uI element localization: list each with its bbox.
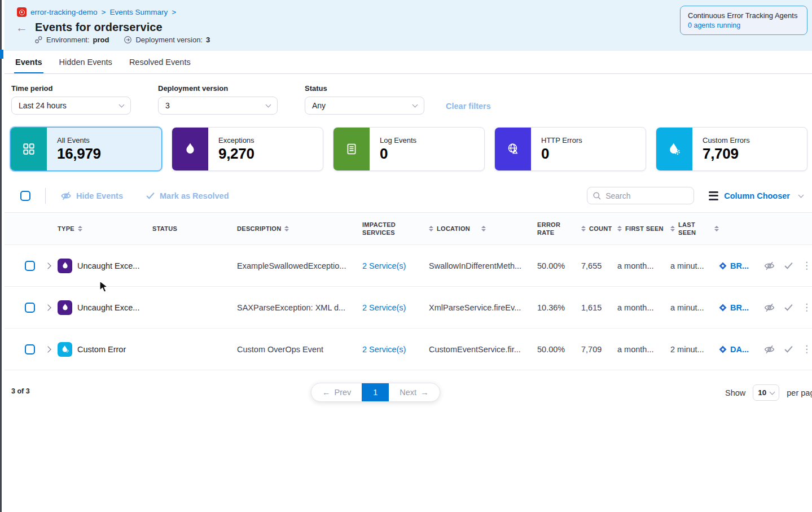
status-filter-value: Any	[312, 101, 326, 110]
search-icon	[592, 191, 602, 200]
row-menu-icon[interactable]: ⋮	[802, 344, 811, 354]
column-header-count[interactable]: COUNT	[581, 225, 617, 233]
search-input[interactable]	[587, 187, 694, 204]
deployment-version-select[interactable]: 3	[158, 97, 278, 115]
chevron-right-icon	[45, 346, 51, 352]
row-menu-icon[interactable]: ⋮	[802, 303, 811, 312]
version-link[interactable]: BR...	[719, 261, 763, 270]
version-diamond-icon	[719, 345, 727, 353]
resolve-event-icon[interactable]	[784, 261, 793, 270]
chevron-down-icon	[119, 102, 125, 108]
sort-icon[interactable]	[284, 226, 289, 232]
event-description: ExampleSwallowedExceptio...	[237, 261, 362, 270]
error-tracking-events-page: error-tracking-demo > Events Summary > ←…	[0, 0, 812, 512]
row-checkbox[interactable]	[25, 344, 35, 355]
agents-box-title: Continuous Error Tracking Agents	[688, 11, 800, 20]
tab-resolved-events[interactable]: Resolved Events	[128, 51, 192, 73]
column-header-location[interactable]: LOCATION	[429, 225, 537, 233]
events-tab-bar: Events Hidden Events Resolved Events	[5, 51, 812, 74]
breadcrumb-events-summary-link[interactable]: Events Summary	[109, 8, 168, 16]
sort-icon[interactable]	[429, 226, 433, 232]
resolve-event-icon[interactable]	[784, 345, 793, 353]
error-rate: 10.36%	[537, 303, 581, 312]
column-chooser-icon[interactable]	[709, 191, 718, 200]
clear-filters-button[interactable]: Clear filters	[446, 102, 491, 111]
status-select[interactable]: Any	[305, 97, 424, 115]
table-toolbar: Hide Events Mark as Resolved Column Choo…	[5, 187, 812, 212]
page-title: Events for orderservice	[35, 21, 163, 34]
column-header-description[interactable]: DESCRIPTION	[237, 225, 362, 233]
mark-resolved-button[interactable]: Mark as Resolved	[146, 191, 229, 200]
row-expand-button[interactable]	[38, 264, 58, 268]
next-page-button[interactable]: Next →	[389, 383, 439, 401]
column-chooser-button[interactable]: Column Chooser	[724, 191, 790, 200]
row-checkbox[interactable]	[25, 303, 35, 313]
back-arrow-icon[interactable]: ←	[16, 21, 28, 33]
column-header-first-seen[interactable]: FIRST SEEN	[617, 225, 670, 233]
events-table: TYPE STATUS DESCRIPTION IMPACTED SERVICE…	[5, 212, 812, 370]
agents-running-link[interactable]: 0 agents running	[688, 21, 800, 29]
row-expand-button[interactable]	[38, 305, 58, 310]
prev-page-button[interactable]: ← Prev	[311, 383, 362, 401]
card-value: 9,270	[218, 145, 254, 163]
last-seen: 2 minut...	[670, 345, 719, 354]
chevron-down-icon[interactable]	[798, 192, 804, 198]
row-checkbox[interactable]	[25, 261, 35, 271]
card-label: HTTP Errors	[541, 136, 582, 145]
card-log-events[interactable]: Log Events 0	[333, 127, 485, 171]
hide-events-button[interactable]: Hide Events	[60, 191, 123, 201]
column-header-last-seen[interactable]: LAST SEEN	[670, 221, 719, 237]
page-size-select[interactable]: 10	[753, 384, 779, 401]
toolbar-divider	[45, 188, 46, 204]
table-row: Uncaught Exce... ExampleSwallowedExcepti…	[5, 245, 812, 287]
column-header-status: STATUS	[152, 225, 237, 233]
tab-hidden-events[interactable]: Hidden Events	[58, 51, 113, 73]
tab-events[interactable]: Events	[14, 51, 43, 73]
version-link[interactable]: BR...	[719, 303, 763, 312]
card-exceptions[interactable]: Exceptions 9,270	[172, 127, 323, 171]
page-number-button[interactable]: 1	[362, 383, 389, 401]
left-edge-accent	[0, 50, 3, 59]
hide-events-label: Hide Events	[76, 191, 123, 200]
breadcrumb-project-link[interactable]: error-tracking-demo	[30, 8, 98, 16]
impacted-services-link[interactable]: 2 Service(s)	[362, 303, 429, 312]
sort-icon[interactable]	[670, 226, 675, 232]
sort-icon[interactable]	[481, 226, 486, 232]
show-label: Show	[725, 388, 745, 397]
time-period-label: Time period	[11, 84, 131, 93]
select-all-checkbox[interactable]	[20, 191, 30, 201]
card-label: All Events	[57, 136, 101, 145]
card-value: 0	[541, 145, 582, 163]
last-seen: a minut...	[670, 261, 719, 270]
table-row: Uncaught Exce... SAXParseException: XML …	[5, 287, 812, 329]
deployment-version-value: 3	[206, 36, 210, 44]
row-count-summary: 3 of 3	[11, 387, 30, 395]
sort-icon[interactable]	[78, 226, 82, 232]
sort-icon[interactable]	[581, 226, 586, 232]
event-count: 7,709	[581, 345, 617, 354]
column-header-type[interactable]: TYPE	[58, 225, 152, 233]
agents-status-box[interactable]: Continuous Error Tracking Agents 0 agent…	[680, 6, 807, 35]
hide-event-icon[interactable]	[763, 261, 775, 271]
event-location: CustomEventService.fir...	[429, 345, 537, 354]
card-all-events[interactable]: All Events 16,979	[10, 127, 162, 171]
resolve-event-icon[interactable]	[784, 303, 793, 312]
hide-event-icon[interactable]	[763, 303, 775, 313]
impacted-services-link[interactable]: 2 Service(s)	[362, 345, 429, 354]
version-link[interactable]: DA...	[719, 345, 763, 354]
sort-icon[interactable]	[714, 226, 719, 232]
card-http-errors[interactable]: HTTP Errors 0	[494, 127, 646, 171]
row-menu-icon[interactable]: ⋮	[802, 261, 811, 270]
sort-icon[interactable]	[617, 226, 622, 232]
hide-event-icon[interactable]	[763, 344, 775, 355]
environment-label: Environment:	[46, 36, 90, 44]
impacted-services-link[interactable]: 2 Service(s)	[362, 261, 429, 270]
time-period-select[interactable]: Last 24 hours	[11, 97, 131, 115]
flame-icon	[58, 259, 72, 273]
grid-icon	[11, 128, 47, 170]
card-custom-errors[interactable]: Custom Errors 7,709	[656, 127, 807, 171]
event-count: 7,655	[581, 261, 617, 270]
check-icon	[146, 191, 155, 200]
row-expand-button[interactable]	[38, 347, 58, 352]
deployment-version-icon	[124, 36, 132, 44]
